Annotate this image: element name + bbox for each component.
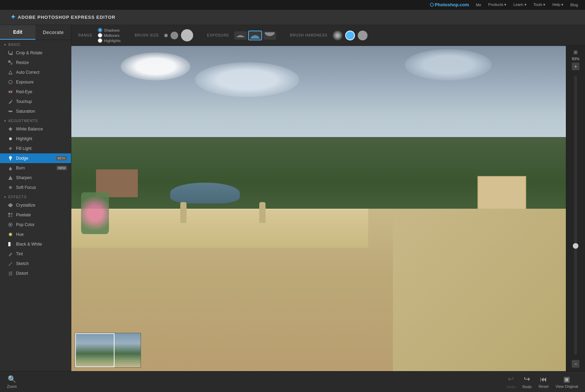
canvas-area[interactable] [71, 46, 566, 371]
brush-medium[interactable] [171, 32, 178, 39]
brush-size-group: BRUSH SIZE [135, 29, 193, 41]
sharpen-icon [8, 175, 13, 181]
sidebar-item-filllight[interactable]: Fill Light [0, 144, 71, 153]
svg-point-12 [10, 187, 11, 188]
range-midtones[interactable]: Midtones [98, 33, 121, 38]
svg-rect-15 [11, 213, 13, 215]
sketch-icon [8, 261, 13, 266]
svg-point-7 [9, 137, 12, 140]
tab-decorate[interactable]: Decorate [35, 25, 71, 40]
reset-btn[interactable]: ⏮ Reset [539, 375, 549, 389]
sidebar-item-tint[interactable]: Tint [0, 249, 71, 259]
sidebar-item-softfocus[interactable]: Soft Focus [0, 183, 71, 192]
canvas-wrapper: ⊞ 93% + − [71, 46, 585, 371]
brand-link[interactable]: ⬡ Photoshop.com [430, 2, 469, 7]
tab-edit[interactable]: Edit [0, 25, 35, 40]
sidebar-item-burn[interactable]: Burn NEW [0, 163, 71, 173]
svg-rect-16 [8, 215, 10, 217]
sidebar-item-dodge[interactable]: Dodge BETA [0, 153, 71, 163]
sidebar-item-saturation[interactable]: Saturation [0, 106, 71, 116]
sidebar-item-resize[interactable]: Resize [0, 58, 71, 67]
brush-hardness-label: BRUSH HARDNESS [290, 33, 327, 37]
sidebar-item-touchup[interactable]: Touchup [0, 97, 71, 106]
exposure-label: EXPOSURE [207, 33, 229, 37]
hardness-soft[interactable] [333, 31, 342, 40]
bottom-toolbar: 🔍 Zoom ↩ Undo ↪ Redo ⏮ Reset ▣ View Orig… [0, 371, 585, 392]
sidebar-item-popcolor[interactable]: Pop Color [0, 220, 71, 230]
hue-icon [8, 232, 13, 237]
zoom-expand-btn[interactable]: ⊞ [574, 49, 578, 55]
hardness-options [333, 31, 367, 40]
exp-dodge-up[interactable] [249, 31, 261, 40]
app-logo: ✦ ADOBE PHOTOSHOP EXPRESS EDITOR [5, 10, 121, 25]
undo-btn[interactable]: ↩ Undo [506, 375, 515, 389]
sidebar: Edit Decorate ▾ BASIC Crop & Rotate Resi… [0, 25, 71, 371]
undo-icon: ↩ [508, 375, 514, 384]
exposure-options [234, 31, 276, 40]
reset-icon: ⏮ [540, 375, 547, 383]
nav-help[interactable]: Help ▾ [552, 2, 563, 7]
redeye-icon [8, 89, 13, 95]
range-options: Shadows Midtones Highlights [98, 28, 121, 43]
crystallize-icon [8, 202, 13, 208]
softfocus-icon [8, 185, 13, 190]
svg-marker-13 [8, 203, 13, 207]
top-nav: ⬡ Photoshop.com Me Products ▾ Learn ▾ To… [0, 0, 585, 10]
svg-rect-14 [8, 213, 10, 215]
tint-icon [8, 251, 13, 257]
bottom-left: 🔍 Zoom [7, 375, 17, 389]
resize-icon [8, 60, 13, 65]
nav-me[interactable]: Me [476, 3, 481, 7]
nav-products[interactable]: Products ▾ [488, 2, 506, 7]
range-highlights[interactable]: Highlights [98, 38, 121, 43]
sidebar-item-crop[interactable]: Crop & Rotate [0, 48, 71, 58]
sidebar-item-pixelate[interactable]: Pixelate [0, 210, 71, 220]
zoom-slider-thumb[interactable] [573, 243, 578, 249]
sidebar-item-crystallize[interactable]: Crystallize [0, 200, 71, 210]
nav-tools[interactable]: Tools ▾ [533, 2, 546, 7]
exp-burn[interactable] [263, 31, 276, 40]
brush-size-label: BRUSH SIZE [135, 33, 159, 37]
hardness-medium[interactable] [345, 31, 355, 40]
section-basic: ▾ BASIC [0, 40, 71, 48]
app-title: ADOBE PHOTOSHOP EXPRESS EDITOR [18, 15, 116, 20]
brush-sizes [164, 29, 193, 41]
hardness-hard[interactable] [358, 31, 367, 40]
nav-learn[interactable]: Learn ▾ [513, 2, 526, 7]
sidebar-item-sketch[interactable]: Sketch [0, 259, 71, 269]
brush-hardness-group: BRUSH HARDNESS [290, 31, 367, 40]
sidebar-item-sharpen[interactable]: Sharpen [0, 173, 71, 183]
redo-btn[interactable]: ↪ Redo [522, 375, 531, 389]
nav-blog[interactable]: Blog [570, 3, 578, 7]
highlight-icon [8, 136, 13, 142]
redo-icon: ↪ [524, 375, 530, 384]
brush-small[interactable] [164, 34, 168, 37]
sidebar-item-whitebalance[interactable]: White Balance [0, 124, 71, 134]
exposure-icon [8, 79, 13, 85]
sidebar-item-exposure[interactable]: Exposure [0, 77, 71, 87]
burn-badge: NEW [57, 166, 67, 170]
thumbnail-viewport [75, 333, 114, 367]
burn-icon [8, 165, 13, 171]
sidebar-item-bw[interactable]: Black & White [0, 239, 71, 249]
exp-dodge-down[interactable] [234, 31, 247, 40]
zoom-slider-track[interactable] [574, 75, 577, 355]
sidebar-item-distort[interactable]: Distort [0, 269, 71, 278]
center-panel: RANGE Shadows Midtones Highlights [71, 25, 585, 371]
sidebar-item-autocorrect[interactable]: Auto Correct [0, 67, 71, 77]
zoom-plus-btn[interactable]: + [572, 63, 579, 70]
svg-point-20 [9, 233, 12, 236]
view-original-btn[interactable]: ▣ View Original [555, 375, 578, 389]
brush-large[interactable] [181, 29, 193, 41]
sidebar-item-hue[interactable]: Hue [0, 230, 71, 239]
edit-decorate-tabs: Edit Decorate [0, 25, 71, 40]
range-label: RANGE [78, 33, 93, 37]
range-shadows[interactable]: Shadows [98, 28, 121, 32]
logo-icon: ✦ [10, 13, 16, 21]
zoom-tool-btn[interactable]: 🔍 Zoom [7, 375, 17, 389]
sidebar-item-redeye[interactable]: Red-Eye [0, 87, 71, 97]
zoom-minus-btn[interactable]: − [572, 360, 579, 368]
sidebar-item-highlight[interactable]: Highlight [0, 134, 71, 144]
main-layout: Edit Decorate ▾ BASIC Crop & Rotate Resi… [0, 25, 585, 371]
svg-rect-0 [8, 61, 10, 63]
